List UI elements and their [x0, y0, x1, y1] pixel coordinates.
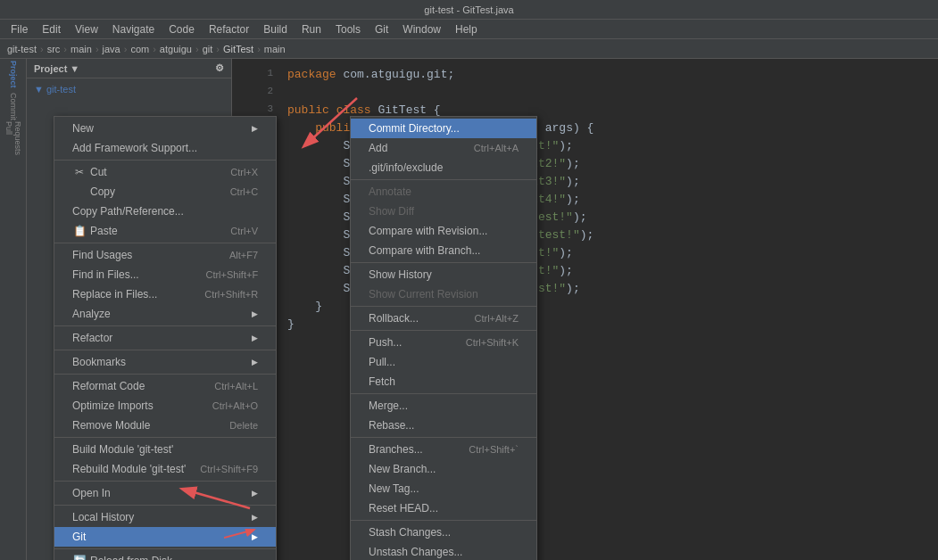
code-editor[interactable]: 1 package com.atguigu.git; 2 3 public cl… — [232, 59, 938, 560]
breadcrumb-com[interactable]: com — [130, 44, 149, 54]
git-submenu-commit-dir[interactable]: Commit Directory... — [351, 119, 536, 138]
menu-tools[interactable]: Tools — [328, 21, 368, 37]
git-sep-5 — [351, 393, 536, 394]
git-sep-1 — [351, 179, 536, 180]
context-menu-add-framework[interactable]: Add Framework Support... — [54, 138, 276, 158]
breadcrumb-gittest[interactable]: GitTest — [223, 44, 253, 54]
git-submenu-annotate: Annotate — [351, 182, 536, 202]
git-submenu-new-tag[interactable]: New Tag... — [351, 479, 536, 498]
sidebar-icon-commit[interactable]: Commit — [2, 95, 25, 118]
git-submenu-rollback[interactable]: Rollback... Ctrl+Alt+Z — [351, 309, 536, 328]
context-menu-copy-path[interactable]: Copy Path/Reference... — [54, 202, 276, 221]
git-submenu-new-branch[interactable]: New Branch... — [351, 459, 536, 479]
code-line-1: 1 package com.atguigu.git; — [246, 66, 924, 84]
git-submenu: Commit Directory... Add Ctrl+Alt+A .git/… — [350, 116, 537, 560]
separator-8 — [54, 505, 276, 506]
git-submenu-show-history[interactable]: Show History — [351, 265, 536, 284]
context-menu-bookmarks[interactable]: Bookmarks — [54, 352, 276, 372]
git-submenu-show-diff: Show Diff — [351, 202, 536, 221]
breadcrumb-src[interactable]: src — [47, 44, 61, 54]
breadcrumb-java[interactable]: java — [103, 44, 120, 54]
git-sep-3 — [351, 306, 536, 307]
context-menu-find-files[interactable]: Find in Files... Ctrl+Shift+F — [54, 265, 276, 284]
git-submenu-show-current-revision: Show Current Revision — [351, 284, 536, 304]
context-menu-copy[interactable]: Copy Ctrl+C — [54, 182, 276, 202]
git-submenu-rebase[interactable]: Rebase... — [351, 416, 536, 435]
breadcrumb-main[interactable]: main — [71, 44, 92, 54]
git-submenu-compare-revision[interactable]: Compare with Revision... — [351, 221, 536, 241]
git-submenu-unstash-changes[interactable]: Unstash Changes... — [351, 542, 536, 560]
menu-refactor[interactable]: Refactor — [202, 21, 256, 37]
context-menu-cut[interactable]: ✂Cut Ctrl+X — [54, 162, 276, 182]
project-panel-settings-icon[interactable]: ⚙ — [215, 62, 224, 74]
git-submenu-compare-branch[interactable]: Compare with Branch... — [351, 241, 536, 260]
project-root-item[interactable]: ▼ git-test — [27, 82, 231, 96]
code-line-9: 9 💡 System.out.println("master test!"); — [246, 209, 924, 226]
code-line-12: 12 System.out.println("pull test!"); — [246, 262, 924, 280]
git-submenu-pull[interactable]: Pull... — [351, 352, 536, 372]
git-submenu-branches[interactable]: Branches... Ctrl+Shift+` — [351, 440, 536, 459]
reload-icon: 🔄 — [72, 555, 87, 560]
git-submenu-stash-changes[interactable]: Stash Changes... — [351, 523, 536, 542]
sidebar-icon-pull-requests[interactable]: Pull Requests — [2, 127, 25, 150]
menu-file[interactable]: File — [4, 21, 35, 37]
main-context-menu: New Add Framework Support... ✂Cut Ctrl+X… — [54, 116, 277, 560]
context-menu-new[interactable]: New — [54, 119, 276, 138]
context-menu-replace-files[interactable]: Replace in Files... Ctrl+Shift+R — [54, 284, 276, 304]
context-menu-refactor[interactable]: Refactor — [54, 328, 276, 348]
context-menu-local-history[interactable]: Local History — [54, 507, 276, 527]
separator-4 — [54, 350, 276, 350]
local-history-label: Local History — [72, 511, 134, 523]
context-menu-rebuild-module[interactable]: Rebuild Module 'git-test' Ctrl+Shift+F9 — [54, 459, 276, 479]
menu-view[interactable]: View — [68, 21, 105, 37]
menu-bar: File Edit View Navigate Code Refactor Bu… — [0, 20, 938, 39]
menu-build[interactable]: Build — [256, 21, 295, 37]
arrow-annotation — [224, 529, 260, 541]
context-menu-remove-module[interactable]: Remove Module Delete — [54, 416, 276, 435]
code-line-5: 5 System.out.println("hello git!"); — [246, 137, 924, 155]
code-line-13: 13 System.out.println("gitee test!"); — [246, 280, 924, 298]
cut-icon: ✂ — [72, 166, 87, 178]
project-panel-title: Project ▼ — [34, 63, 79, 74]
context-menu-open-in[interactable]: Open In — [54, 483, 276, 503]
context-menu-analyze[interactable]: Analyze — [54, 304, 276, 324]
code-line-6: 6 System.out.println("hello git2!"); — [246, 155, 924, 173]
menu-run[interactable]: Run — [295, 21, 328, 37]
context-menu-reload-disk[interactable]: 🔄Reload from Disk — [54, 551, 276, 560]
menu-navigate[interactable]: Navigate — [105, 21, 162, 37]
breadcrumb-project[interactable]: git-test — [7, 44, 37, 54]
menu-git[interactable]: Git — [368, 21, 395, 37]
breadcrumb-atguigu[interactable]: atguigu — [160, 44, 192, 54]
git-submenu-merge[interactable]: Merge... — [351, 396, 536, 416]
git-sep-4 — [351, 330, 536, 331]
git-submenu-reset-head[interactable]: Reset HEAD... — [351, 498, 536, 518]
menu-edit[interactable]: Edit — [35, 21, 68, 37]
sidebar-icon-project[interactable]: Project — [2, 62, 25, 86]
code-line-7: 7 System.out.println("hello git3!"); — [246, 173, 924, 191]
context-menu-reformat-code[interactable]: Reformat Code Ctrl+Alt+L — [54, 376, 276, 396]
title-bar: git-test - GitTest.java — [0, 0, 938, 20]
menu-window[interactable]: Window — [395, 21, 448, 37]
git-submenu-add[interactable]: Add Ctrl+Alt+A — [351, 138, 536, 158]
context-menu-build-module[interactable]: Build Module 'git-test' — [54, 440, 276, 459]
code-line-4: 4 public static void main(String[] args)… — [246, 119, 924, 137]
breadcrumb-method-main[interactable]: main — [264, 44, 286, 54]
menu-help[interactable]: Help — [448, 21, 485, 37]
context-menu-paste[interactable]: 📋Paste Ctrl+V — [54, 221, 276, 241]
code-line-3: 3 public class GitTest { — [246, 102, 924, 119]
context-menu-optimize-imports[interactable]: Optimize Imports Ctrl+Alt+O — [54, 396, 276, 416]
menu-code[interactable]: Code — [162, 21, 202, 37]
window-title: git-test - GitTest.java — [7, 4, 931, 15]
git-sep-7 — [351, 520, 536, 521]
sidebar-icons: Project Commit Pull Requests — [0, 59, 27, 560]
git-submenu-gitinfo-exclude[interactable]: .git/info/exclude — [351, 158, 536, 177]
breadcrumb-git[interactable]: git — [203, 44, 213, 54]
git-submenu-push[interactable]: Push... Ctrl+Shift+K — [351, 333, 536, 352]
git-submenu-fetch[interactable]: Fetch — [351, 372, 536, 391]
context-menu-git[interactable]: Git — [54, 527, 276, 547]
code-line-2: 2 — [246, 84, 924, 102]
code-line-11: 11 System.out.println("push test!"); — [246, 244, 924, 262]
separator-2 — [54, 243, 276, 243]
breadcrumb: git-test › src › main › java › com › atg… — [0, 39, 938, 59]
context-menu-find-usages[interactable]: Find Usages Alt+F7 — [54, 245, 276, 265]
